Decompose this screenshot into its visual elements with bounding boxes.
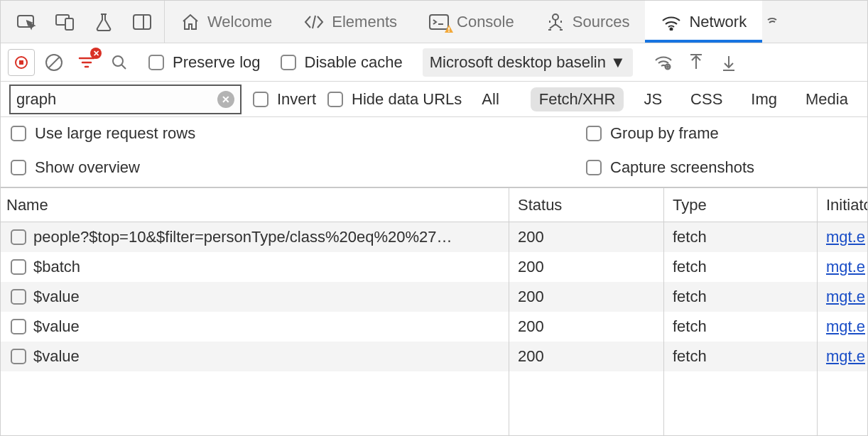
- invert-label: Invert: [277, 90, 316, 109]
- request-initiator-link[interactable]: mgt.e: [826, 288, 865, 306]
- experiments-icon[interactable]: [90, 9, 117, 36]
- show-overview-checkbox[interactable]: Show overview: [11, 158, 586, 177]
- column-header-name[interactable]: Name: [1, 188, 509, 222]
- request-status: 200: [518, 228, 544, 246]
- type-filter-fetchxhr[interactable]: Fetch/XHR: [531, 87, 624, 111]
- table-row[interactable]: people?$top=10&$filter=personType/class%…: [1, 222, 867, 252]
- inspect-element-icon[interactable]: [13, 9, 40, 36]
- group-by-frame-label: Group by frame: [610, 124, 719, 143]
- large-rows-checkbox[interactable]: Use large request rows: [11, 124, 586, 143]
- checkbox-icon: [327, 92, 343, 107]
- svg-point-8: [553, 14, 558, 20]
- capture-screenshots-label: Capture screenshots: [610, 158, 754, 177]
- file-icon: [11, 229, 26, 245]
- filter-active-badge-icon: ✕: [90, 48, 102, 59]
- column-header-status[interactable]: Status: [509, 188, 664, 222]
- file-icon: [11, 319, 26, 334]
- request-name: people?$top=10&$filter=personType/class%…: [33, 228, 452, 246]
- clear-filter-button[interactable]: ✕: [217, 91, 234, 108]
- request-status: 200: [518, 317, 544, 336]
- checkbox-icon: [586, 126, 602, 141]
- request-name: $value: [33, 288, 80, 306]
- panel-tabs: Welcome Elements Console Sources Network: [165, 1, 867, 43]
- tab-network[interactable]: Network: [645, 1, 762, 43]
- tab-console-label: Console: [457, 13, 514, 31]
- request-status: 200: [518, 347, 544, 366]
- table-row[interactable]: $value200fetchmgt.e: [1, 342, 867, 371]
- tab-elements[interactable]: Elements: [288, 1, 413, 43]
- checkbox-icon: [148, 55, 164, 70]
- tab-welcome-label: Welcome: [207, 13, 272, 31]
- preserve-log-checkbox[interactable]: Preserve log: [148, 53, 261, 72]
- checkbox-icon: [11, 160, 26, 175]
- more-tabs-icon[interactable]: [762, 1, 781, 43]
- table-row[interactable]: $batch200fetchmgt.e: [1, 252, 867, 282]
- throttling-select[interactable]: Microsoft desktop baselin ▼: [423, 48, 633, 77]
- type-filter-media[interactable]: Media: [797, 87, 857, 111]
- svg-line-13: [48, 57, 60, 68]
- type-filter-img[interactable]: Img: [742, 87, 786, 111]
- request-initiator-link[interactable]: mgt.e: [826, 347, 865, 366]
- devtools-topbar: Welcome Elements Console Sources Network: [1, 1, 867, 43]
- svg-rect-6: [448, 28, 450, 31]
- capture-screenshots-checkbox[interactable]: Capture screenshots: [586, 158, 857, 177]
- column-header-initiator[interactable]: Initiato: [818, 188, 867, 222]
- file-icon: [11, 349, 26, 364]
- clear-button[interactable]: [40, 49, 67, 76]
- preserve-log-label: Preserve log: [173, 53, 261, 72]
- request-initiator-link[interactable]: mgt.e: [826, 258, 865, 276]
- svg-point-21: [667, 66, 668, 67]
- record-button[interactable]: [8, 49, 35, 76]
- filter-input[interactable]: ✕: [9, 85, 242, 114]
- network-filterbar: ✕ Invert Hide data URLs All Fetch/XHR JS…: [1, 82, 867, 117]
- request-type: fetch: [673, 258, 707, 276]
- type-filter-js[interactable]: JS: [635, 87, 671, 111]
- invert-checkbox[interactable]: Invert: [253, 90, 316, 109]
- tab-sources[interactable]: Sources: [530, 1, 646, 43]
- network-conditions-button[interactable]: [650, 49, 677, 76]
- tab-elements-label: Elements: [332, 13, 397, 31]
- svg-point-17: [113, 56, 123, 66]
- topbar-leading-icons: [1, 1, 165, 43]
- dock-side-icon[interactable]: [129, 9, 156, 36]
- request-status: 200: [518, 288, 544, 306]
- filter-toggle-button[interactable]: ✕: [73, 49, 100, 76]
- tab-welcome[interactable]: Welcome: [165, 1, 288, 43]
- request-type: fetch: [673, 347, 707, 366]
- type-filter-all[interactable]: All: [473, 87, 507, 111]
- request-name: $batch: [33, 258, 80, 276]
- table-row[interactable]: $value200fetchmgt.e: [1, 282, 867, 312]
- network-options: Use large request rows Group by frame Sh…: [1, 117, 867, 188]
- tab-console[interactable]: Console: [413, 1, 530, 43]
- table-row[interactable]: $value200fetchmgt.e: [1, 312, 867, 342]
- svg-rect-11: [19, 60, 23, 65]
- file-icon: [11, 259, 26, 275]
- svg-rect-3: [134, 15, 151, 29]
- checkbox-icon: [586, 160, 602, 175]
- checkbox-icon: [281, 55, 296, 70]
- group-by-frame-checkbox[interactable]: Group by frame: [586, 124, 857, 143]
- throttling-value: Microsoft desktop baselin: [430, 53, 606, 72]
- type-filter-css[interactable]: CSS: [682, 87, 731, 111]
- hide-data-urls-checkbox[interactable]: Hide data URLs: [327, 90, 462, 109]
- checkbox-icon: [11, 126, 26, 141]
- column-header-type[interactable]: Type: [664, 188, 818, 222]
- export-har-button[interactable]: [683, 49, 710, 76]
- caret-down-icon: ▼: [610, 53, 626, 72]
- disable-cache-label: Disable cache: [305, 53, 403, 72]
- request-initiator-link[interactable]: mgt.e: [826, 228, 865, 246]
- device-toolbar-icon[interactable]: [52, 9, 79, 36]
- show-overview-label: Show overview: [35, 158, 140, 177]
- request-table-header: Name Status Type Initiato: [1, 188, 867, 222]
- file-icon: [11, 289, 26, 305]
- import-har-button[interactable]: [715, 49, 742, 76]
- checkbox-icon: [253, 92, 268, 107]
- svg-rect-2: [65, 18, 73, 30]
- svg-point-9: [671, 28, 673, 30]
- request-initiator-link[interactable]: mgt.e: [826, 317, 865, 336]
- svg-line-18: [121, 65, 126, 69]
- disable-cache-checkbox[interactable]: Disable cache: [281, 53, 403, 72]
- filter-input-field[interactable]: [16, 90, 212, 109]
- search-button[interactable]: [106, 49, 133, 76]
- request-type: fetch: [673, 317, 707, 336]
